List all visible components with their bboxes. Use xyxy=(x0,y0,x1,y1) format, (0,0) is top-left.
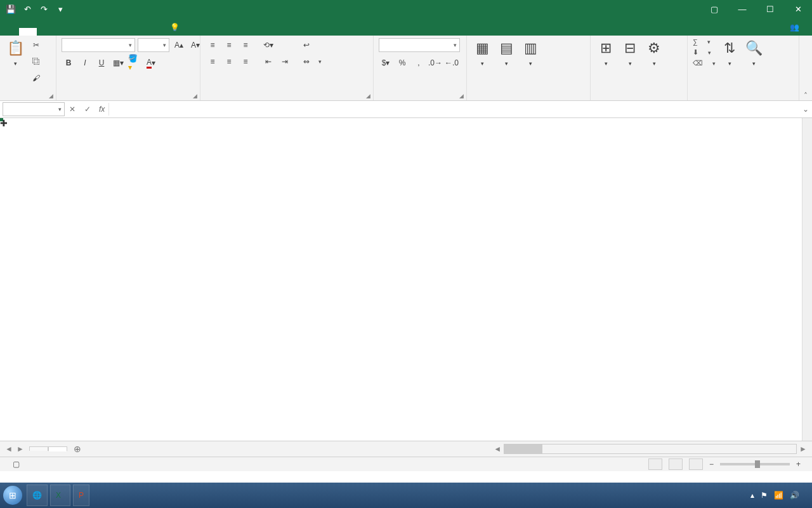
collapse-ribbon-icon[interactable]: ˄ xyxy=(799,36,812,100)
view-layout-icon[interactable] xyxy=(669,458,683,470)
close-icon[interactable]: ✕ xyxy=(784,0,812,18)
tab-view[interactable] xyxy=(126,28,143,36)
delete-cells-button[interactable]: ⊟▾ xyxy=(620,38,640,67)
formula-bar: ▾ ✕ ✓ fx ⌄ xyxy=(0,101,812,118)
sheet-prev-icon[interactable]: ◄ xyxy=(5,444,13,453)
zoom-in-icon[interactable]: + xyxy=(796,460,801,469)
number-format-combo[interactable]: ▾ xyxy=(379,38,460,52)
sheet-tab-1[interactable] xyxy=(29,446,48,451)
conditional-formatting-icon: ▦ xyxy=(472,38,492,58)
conditional-formatting-button[interactable]: ▦▾ xyxy=(472,38,492,67)
name-box[interactable]: ▾ xyxy=(3,102,65,116)
font-size-combo[interactable]: ▾ xyxy=(138,38,169,52)
new-sheet-icon[interactable]: ⊕ xyxy=(67,444,88,454)
enter-formula-icon[interactable]: ✓ xyxy=(80,105,95,114)
border-button[interactable]: ▦▾ xyxy=(111,56,125,70)
qat-customize-icon[interactable]: ▾ xyxy=(53,2,67,16)
wrap-text-icon: ↩ xyxy=(299,38,313,52)
format-as-table-button[interactable]: ▤▾ xyxy=(496,38,516,67)
wrap-text-button[interactable]: ↩ xyxy=(299,38,322,52)
macro-record-icon[interactable]: ▢ xyxy=(13,460,20,469)
decrease-decimal-icon[interactable]: ←.0 xyxy=(445,56,459,70)
comma-icon[interactable]: , xyxy=(412,56,426,70)
autosum-button[interactable]: ∑ ▾ xyxy=(693,38,716,46)
increase-indent-icon[interactable]: ⇥ xyxy=(278,55,292,69)
zoom-slider[interactable] xyxy=(720,463,790,465)
cut-icon[interactable]: ✂ xyxy=(29,38,43,52)
copy-icon[interactable]: ⿻ xyxy=(29,55,43,69)
redo-icon[interactable]: ↷ xyxy=(37,2,51,16)
dialog-launcher-icon[interactable]: ◢ xyxy=(49,93,53,99)
italic-button[interactable]: I xyxy=(78,56,92,70)
tab-insert[interactable] xyxy=(37,28,55,36)
sheet-next-icon[interactable]: ► xyxy=(16,444,24,453)
align-right-icon[interactable]: ≡ xyxy=(239,55,252,69)
fill-button[interactable]: ⬇ ▾ xyxy=(693,48,716,57)
align-middle-icon[interactable]: ≡ xyxy=(222,38,236,52)
percent-icon[interactable]: % xyxy=(395,56,409,70)
zoom-out-icon[interactable]: − xyxy=(709,460,714,469)
tab-file[interactable] xyxy=(1,28,19,36)
format-cells-button[interactable]: ⚙▾ xyxy=(644,38,664,67)
sort-filter-button[interactable]: ⇅▾ xyxy=(719,38,740,67)
expand-formula-icon[interactable]: ⌄ xyxy=(799,105,812,114)
fx-icon[interactable]: fx xyxy=(95,105,108,114)
share-button[interactable]: 👥 xyxy=(781,19,812,36)
tray-volume-icon[interactable]: 🔊 xyxy=(790,491,799,500)
vertical-scrollbar[interactable] xyxy=(802,118,812,441)
tab-page-layout[interactable] xyxy=(55,28,72,36)
formula-input[interactable] xyxy=(108,103,799,116)
save-icon[interactable]: 💾 xyxy=(4,2,18,16)
dialog-launcher-icon[interactable]: ◢ xyxy=(459,93,464,99)
tab-developer[interactable] xyxy=(143,28,161,36)
undo-icon[interactable]: ↶ xyxy=(20,2,34,16)
horizontal-scrollbar[interactable]: ◄► xyxy=(88,444,812,454)
increase-font-icon[interactable]: A▴ xyxy=(172,38,186,52)
align-bottom-icon[interactable]: ≡ xyxy=(239,38,252,52)
merge-center-button[interactable]: ⇔ ▾ xyxy=(299,55,322,69)
taskbar-powerpoint[interactable]: P xyxy=(73,485,89,506)
maximize-icon[interactable]: ☐ xyxy=(756,0,784,18)
sheet-tab-bar: ◄► ⊕ ◄► xyxy=(0,441,812,457)
paste-button[interactable]: 📋 ▾ xyxy=(5,38,25,67)
dialog-launcher-icon[interactable]: ◢ xyxy=(193,93,197,99)
tab-data[interactable] xyxy=(90,28,108,36)
cell-styles-button[interactable]: ▥▾ xyxy=(520,38,540,67)
worksheet-grid[interactable]: ✚ xyxy=(0,118,812,441)
bold-button[interactable]: B xyxy=(62,56,75,70)
tab-formulas[interactable] xyxy=(72,28,90,36)
view-normal-icon[interactable] xyxy=(648,458,662,470)
insert-cells-button[interactable]: ⊞▾ xyxy=(596,38,616,67)
tray-up-icon[interactable]: ▴ xyxy=(750,491,754,500)
taskbar-excel[interactable]: X xyxy=(50,485,70,506)
underline-button[interactable]: U xyxy=(95,56,108,70)
format-painter-icon[interactable]: 🖌 xyxy=(29,71,43,85)
fill-handle[interactable] xyxy=(0,118,3,121)
decrease-indent-icon[interactable]: ⇤ xyxy=(261,55,275,69)
ribbon-options-icon[interactable]: ▢ xyxy=(700,0,728,18)
tell-me[interactable]: 💡 xyxy=(161,19,192,36)
align-left-icon[interactable]: ≡ xyxy=(206,55,219,69)
currency-icon[interactable]: $▾ xyxy=(379,56,393,70)
tab-review[interactable] xyxy=(108,28,126,36)
increase-decimal-icon[interactable]: .0→ xyxy=(428,56,442,70)
tray-network-icon[interactable]: 📶 xyxy=(774,491,783,500)
align-center-icon[interactable]: ≡ xyxy=(222,55,236,69)
view-pagebreak-icon[interactable] xyxy=(689,458,703,470)
dialog-launcher-icon[interactable]: ◢ xyxy=(366,93,370,99)
orientation-icon[interactable]: ⟲▾ xyxy=(261,38,275,52)
align-top-icon[interactable]: ≡ xyxy=(206,38,219,52)
find-select-button[interactable]: 🔍▾ xyxy=(743,38,764,67)
minimize-icon[interactable]: — xyxy=(728,0,756,18)
font-color-button[interactable]: A▾ xyxy=(144,56,158,70)
clear-button[interactable]: ⌫ ▾ xyxy=(693,59,716,67)
system-tray[interactable]: ▴ ⚑ 📶 🔊 xyxy=(750,491,812,500)
tray-flag-icon[interactable]: ⚑ xyxy=(761,491,768,500)
fill-color-button[interactable]: 🪣▾ xyxy=(128,56,141,70)
start-button[interactable]: ⊞ xyxy=(0,483,25,508)
sheet-tab-2[interactable] xyxy=(48,446,67,451)
font-name-combo[interactable]: ▾ xyxy=(62,38,135,52)
taskbar-chrome[interactable]: 🌐 xyxy=(27,485,48,506)
cancel-formula-icon[interactable]: ✕ xyxy=(65,105,80,114)
tab-home[interactable] xyxy=(19,28,37,36)
